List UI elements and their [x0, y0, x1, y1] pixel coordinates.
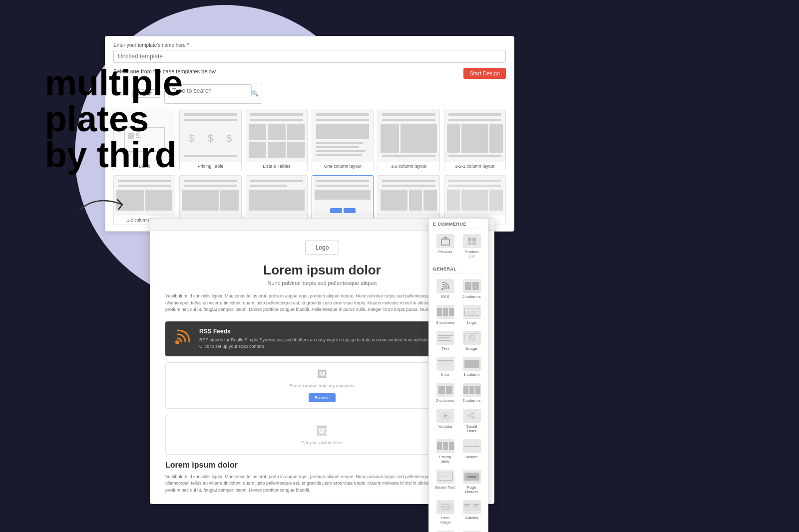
template-name-input[interactable] — [113, 50, 506, 63]
component-social-links[interactable]: Social Links — [459, 407, 484, 435]
svg-point-11 — [467, 414, 470, 417]
picture-text: Put your picture here — [301, 440, 343, 445]
comp-3col-label: 3 columns — [436, 320, 454, 325]
template-item-r2-5[interactable]: 3-1 column layout — [378, 175, 439, 225]
comp-3col-b-icon — [463, 383, 481, 397]
upload-text: Search image from my computer — [172, 383, 472, 388]
template-item-r2-3[interactable]: Full width — [246, 175, 308, 225]
arrow — [77, 190, 137, 222]
svg-rect-3 — [468, 238, 471, 242]
component-text[interactable]: Text — [433, 329, 457, 353]
svg-line-14 — [470, 414, 472, 415]
comp-logo-icon: Logo — [463, 305, 481, 319]
component-divider[interactable]: Divider — [459, 437, 484, 466]
comp-divider-label: Divider — [465, 455, 478, 459]
template-grid-row2: 1-2 column layout 2-1 column layout — [113, 175, 506, 225]
comp-text-label: Text — [441, 346, 449, 351]
template-item-pricing[interactable]: $ $ $ Pricing Table — [179, 109, 241, 171]
comp-boxed-text-icon — [436, 470, 454, 484]
rss-icon — [173, 327, 192, 350]
component-product-list[interactable]: Product List — [459, 232, 484, 261]
component-image[interactable]: Image — [459, 329, 484, 353]
template-item-r2-6[interactable]: 2 column layout — [444, 175, 506, 225]
comp-2col-b-label: 2 columns — [436, 398, 454, 403]
comp-3col-b-label: 3 columns — [462, 398, 480, 403]
component-youtube[interactable]: Youtube — [433, 407, 457, 435]
comp-boxed-text-label: Boxed Text — [435, 485, 455, 490]
browse-button[interactable]: Browse — [309, 393, 336, 402]
component-articles[interactable]: Articles — [459, 498, 484, 527]
svg-rect-6 — [472, 243, 476, 245]
hero-line3: by third — [45, 137, 183, 173]
comp-page-header-icon — [463, 470, 481, 484]
comp-text-icon — [436, 331, 454, 345]
component-product[interactable]: Product — [433, 232, 457, 261]
comp-articles-icon — [463, 500, 481, 514]
comp-social-links-label: Social Links — [461, 424, 482, 433]
component-1col[interactable]: 1 column — [459, 355, 484, 379]
component-rss[interactable]: RSS — [433, 277, 457, 301]
ecommerce-section: E COMMERCE Product — [429, 219, 488, 264]
comp-rss-label: RSS — [441, 294, 449, 299]
comp-rss-icon — [436, 279, 454, 293]
comp-logo-label: Logo — [467, 320, 476, 325]
comp-hero-image-label: Hero Image — [435, 516, 455, 525]
comp-3col-icon — [436, 305, 454, 319]
template-name-col121: 1-2-1 column layout — [444, 162, 505, 171]
template-item-col121[interactable]: 1-2-1 column layout — [444, 109, 506, 171]
template-item-col12[interactable]: 1-2 column layout — [378, 109, 439, 171]
svg-point-13 — [471, 416, 474, 419]
component-logo[interactable]: Logo Logo — [459, 303, 484, 327]
comp-social-links-icon — [463, 409, 481, 423]
product-list-label: Product List — [461, 250, 482, 259]
comp-pricing-icon — [436, 439, 454, 453]
svg-rect-2 — [441, 239, 449, 245]
component-boxed-text[interactable]: Boxed Text — [433, 468, 457, 496]
template-name-lists: Lists & Tables — [246, 162, 307, 171]
svg-line-15 — [470, 417, 472, 418]
ecommerce-grid: Product Product List — [433, 232, 484, 261]
hero-text: multiple plates by third — [45, 65, 183, 173]
component-3col[interactable]: 3 columns — [433, 303, 457, 327]
comp-2col-b-icon — [436, 383, 454, 397]
general-section: GENERAL RSS — [429, 264, 488, 532]
product-icon — [436, 234, 454, 248]
name-label: Enter your template's name here * — [113, 42, 506, 48]
comp-image-icon — [463, 331, 481, 345]
comp-page-header-label: Page Header — [461, 485, 482, 494]
components-sidebar: E COMMERCE Product — [428, 218, 488, 532]
comp-youtube-icon — [436, 409, 454, 423]
component-2col-b[interactable]: 2 columns — [433, 381, 457, 405]
component-2col[interactable]: 2 columns — [459, 277, 484, 301]
comp-1col-icon — [463, 357, 481, 371]
svg-point-7 — [441, 288, 443, 290]
template-item-r2-4[interactable]: 1-3 column layout — [312, 175, 374, 225]
component-intro[interactable]: Intro — [433, 355, 457, 379]
component-footer[interactable]: Footer — [459, 529, 484, 532]
upload-icon: 🖼 — [172, 369, 472, 380]
template-item-lists[interactable]: Lists & Tables — [246, 109, 308, 171]
comp-hero-image-icon — [436, 500, 454, 514]
component-hero-image[interactable]: Hero Image — [433, 498, 457, 527]
comp-youtube-label: Youtube — [438, 424, 452, 429]
comp-2col-label: 2 columns — [462, 294, 480, 299]
comp-pricing-label: Pricing table — [435, 455, 455, 464]
template-item-r2-2[interactable]: 2-1 column layout — [179, 175, 241, 225]
template-item-one-col[interactable]: One column layout — [312, 109, 374, 171]
component-pricing-table[interactable]: Pricing table — [433, 437, 457, 466]
component-page-header[interactable]: Page Header — [459, 468, 484, 496]
svg-point-1 — [175, 340, 179, 344]
general-grid: RSS 2 columns — [433, 277, 484, 532]
logo-box[interactable]: Logo — [305, 241, 340, 255]
start-design-button[interactable]: Start Design — [463, 68, 506, 79]
comp-2col-icon — [463, 279, 481, 293]
svg-rect-5 — [468, 243, 471, 245]
component-articles-rtl[interactable]: Articles - RTL — [433, 529, 457, 532]
template-name-one-col: One column layout — [312, 162, 373, 171]
comp-divider-icon — [463, 439, 481, 453]
product-list-icon — [463, 234, 481, 248]
general-section-title: GENERAL — [433, 266, 484, 274]
search-icon: 🔍 — [252, 90, 259, 97]
svg-point-12 — [471, 412, 474, 415]
component-3col-b[interactable]: 3 columns — [459, 381, 484, 405]
